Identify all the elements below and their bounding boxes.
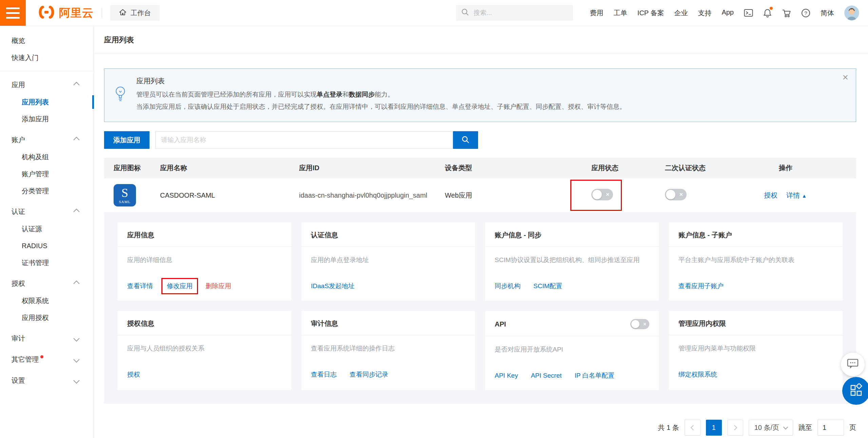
alibaba-cloud-logo-icon: [37, 5, 56, 21]
search-icon: [461, 136, 470, 145]
header-app-name: 应用名称: [160, 163, 299, 173]
sidebar-group-account[interactable]: 账户: [0, 131, 94, 148]
annotation-red-box-edit-app: 修改应用: [161, 278, 198, 294]
delete-app-link[interactable]: 删除应用: [205, 282, 231, 291]
cart-icon[interactable]: [782, 8, 791, 18]
quick-apps-button[interactable]: [842, 377, 868, 405]
header-app-id: 应用ID: [299, 163, 445, 173]
alibaba-cloud-logo[interactable]: 阿里云: [37, 5, 94, 21]
chevron-up-icon: [73, 82, 79, 88]
nav-billing[interactable]: 费用: [590, 8, 604, 18]
header-divider: [102, 8, 102, 18]
nav-icp[interactable]: ICP 备案: [637, 8, 664, 18]
view-sync-record-link[interactable]: 查看同步记录: [350, 370, 388, 379]
table-header-row: 应用图标 应用名称 应用ID 设备类型 应用状态 二次认证状态 操作: [104, 158, 856, 178]
sidebar-item-app-list[interactable]: 应用列表: [0, 94, 94, 111]
page-size-value: 10 条/页: [754, 423, 779, 432]
global-search-input[interactable]: [473, 9, 568, 17]
notification-bell-icon[interactable]: [763, 8, 772, 18]
jump-page-input[interactable]: [817, 420, 844, 436]
add-app-button[interactable]: 添加应用: [104, 131, 150, 149]
svg-text:?: ?: [804, 10, 807, 16]
sidebar-group-authorization[interactable]: 授权: [0, 275, 94, 292]
nav-app[interactable]: App: [722, 8, 734, 18]
sidebar-item-category-mgmt[interactable]: 分类管理: [0, 182, 94, 199]
chevron-down-icon: [73, 356, 79, 362]
avatar[interactable]: [844, 5, 859, 20]
view-log-link[interactable]: 查看日志: [311, 370, 337, 379]
toolbar: 添加应用: [104, 131, 856, 149]
chevron-down-icon: [783, 424, 788, 429]
sidebar-item-app-authorization[interactable]: 应用授权: [0, 309, 94, 326]
page-title: 应用列表: [94, 26, 868, 54]
header-app-status: 应用状态: [585, 163, 662, 173]
home-icon: [119, 9, 126, 17]
card-title: 管理应用内权限: [678, 319, 726, 328]
console-icon[interactable]: [744, 9, 753, 17]
idaas-sso-url-link[interactable]: IDaaS发起地址: [311, 282, 355, 291]
sidebar-group-settings[interactable]: 设置: [0, 372, 94, 389]
api-secret-link[interactable]: API Secret: [531, 372, 562, 379]
hamburger-menu-button[interactable]: [0, 0, 26, 26]
toggle-knob: [592, 190, 602, 199]
toggle-off-icon: ×: [679, 191, 683, 198]
workbench-button[interactable]: 工作台: [110, 5, 160, 21]
close-icon[interactable]: ×: [842, 72, 848, 82]
sidebar-group-audit[interactable]: 审计: [0, 330, 94, 347]
sidebar-group-other-mgmt[interactable]: 其它管理: [0, 351, 94, 368]
api-toggle[interactable]: ×: [630, 319, 649, 329]
sidebar-item-auth-source[interactable]: 认证源: [0, 220, 94, 237]
global-search[interactable]: [456, 5, 573, 21]
card-desc: 应用的详细信息: [118, 247, 291, 275]
sidebar-group-label: 授权: [12, 279, 25, 288]
view-detail-link[interactable]: 查看详情: [127, 282, 153, 291]
sidebar-item-overview[interactable]: 概览: [0, 32, 94, 49]
card-authorization-info: 授权信息 应用与人员组织的授权关系 授权: [118, 311, 291, 390]
sidebar-item-cert-mgmt[interactable]: 证书管理: [0, 254, 94, 271]
mfa-status-toggle[interactable]: ×: [665, 189, 687, 200]
feedback-chat-button[interactable]: [841, 353, 865, 376]
chat-bubble-icon: [847, 358, 859, 371]
nav-enterprise[interactable]: 企业: [674, 8, 688, 18]
scim-config-link[interactable]: SCIM配置: [533, 282, 563, 291]
sidebar-group-label: 审计: [12, 334, 25, 343]
card-desc: 是否对应用开放系统API: [485, 336, 659, 364]
app-search-input[interactable]: [155, 131, 453, 149]
edit-app-link[interactable]: 修改应用: [167, 282, 193, 290]
ip-whitelist-link[interactable]: IP 白名单配置: [574, 371, 614, 380]
card-desc: 查看应用系统详细的操作日志: [301, 335, 475, 363]
app-status-toggle[interactable]: ×: [591, 189, 613, 200]
authorize-card-link[interactable]: 授权: [127, 370, 140, 379]
api-key-link[interactable]: API Key: [495, 372, 518, 379]
nav-support[interactable]: 支持: [698, 8, 711, 18]
detail-link[interactable]: 详情 ▲: [786, 191, 807, 200]
chevron-down-icon: [73, 377, 79, 383]
header-right: 费用 工单 ICP 备案 企业 支持 App ? 简体: [456, 5, 868, 21]
jump-label: 跳至: [798, 423, 812, 432]
sidebar-item-permission-system[interactable]: 权限系统: [0, 292, 94, 309]
authorize-link[interactable]: 授权: [764, 191, 777, 200]
view-sub-account-link[interactable]: 查看应用子账户: [678, 282, 724, 291]
help-icon[interactable]: ?: [801, 8, 810, 18]
sync-org-link[interactable]: 同步机构: [495, 282, 520, 291]
sidebar-item-radius[interactable]: RADIUS: [0, 237, 94, 254]
lightbulb-icon: [115, 86, 126, 103]
page-size-select[interactable]: 10 条/页: [749, 420, 793, 436]
sidebar-item-account-mgmt[interactable]: 账户管理: [0, 165, 94, 182]
current-page-button[interactable]: 1: [706, 420, 722, 436]
prev-page-button[interactable]: [685, 420, 701, 436]
sidebar-group-application[interactable]: 应用: [0, 76, 94, 94]
next-page-button[interactable]: [727, 420, 743, 436]
sidebar-divider: [0, 71, 94, 71]
card-app-info: 应用信息 应用的详细信息 查看详情 修改应用 删除应用: [118, 222, 291, 301]
sidebar-group-label: 账户: [12, 135, 25, 144]
sidebar-item-add-app[interactable]: 添加应用: [0, 111, 94, 127]
sidebar-item-quickstart[interactable]: 快速入门: [0, 49, 94, 66]
bind-permission-system-link[interactable]: 绑定权限系统: [678, 370, 717, 379]
nav-tickets[interactable]: 工单: [614, 8, 627, 18]
language-switcher[interactable]: 简体: [821, 8, 834, 18]
app-search-button[interactable]: [453, 131, 478, 149]
sidebar-group-authentication[interactable]: 认证: [0, 203, 94, 220]
page-unit-label: 页: [849, 423, 856, 432]
sidebar-item-org-groups[interactable]: 机构及组: [0, 148, 94, 165]
